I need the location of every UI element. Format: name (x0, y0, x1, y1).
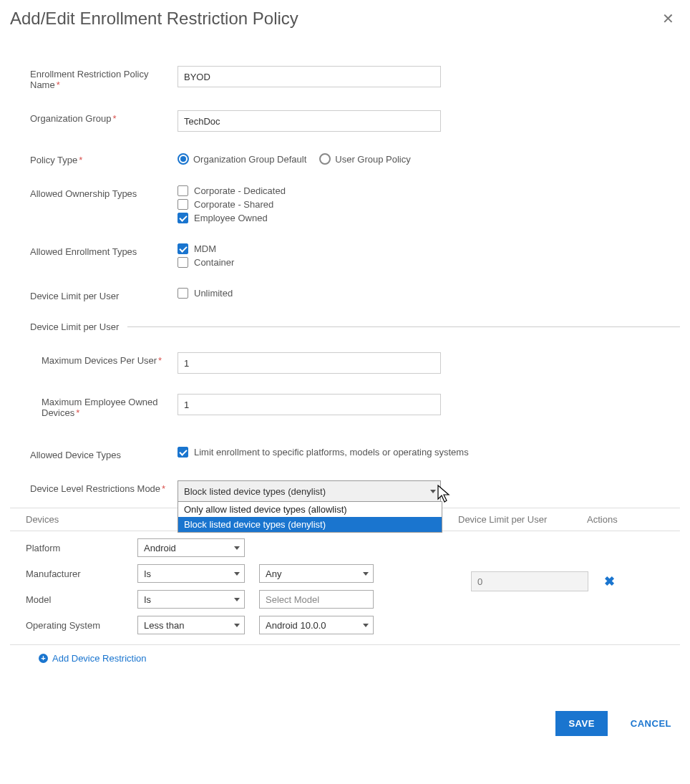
dropdown-option-allowlist[interactable]: Only allow listed device types (allowlis… (178, 502, 442, 517)
dialog-footer: SAVE CANCEL (10, 711, 680, 736)
chevron-down-icon (234, 598, 240, 601)
table-row: Platform Android Manufacturer Is Any Mod… (10, 531, 680, 645)
select-value: Android (144, 543, 176, 553)
row-max-devices: Maximum Devices Per User* (10, 352, 680, 374)
required-marker: * (79, 155, 82, 165)
actions-cell: ✖ (594, 538, 673, 624)
restrictions-mode-dropdown: Only allow listed device types (allowlis… (178, 501, 442, 533)
checkbox-label: Unlimited (194, 288, 233, 299)
cancel-button[interactable]: CANCEL (626, 717, 676, 730)
restrictions-mode-select[interactable]: Block listed device types (denylist) Onl… (178, 480, 441, 502)
model-value-input[interactable]: Select Model (259, 590, 374, 609)
dropdown-option-denylist[interactable]: Block listed device types (denylist) (178, 517, 442, 532)
checkbox-mdm[interactable]: MDM (178, 243, 680, 254)
row-org-group: Organization Group* (10, 110, 680, 132)
add-row: + Add Device Restriction (10, 645, 680, 671)
label-policy-name-text: Enrollment Restriction Policy Name (30, 69, 148, 90)
checkbox-icon (178, 257, 188, 268)
checkbox-icon (178, 243, 188, 254)
checkbox-label: Limit enrollment to specific platforms, … (194, 447, 469, 458)
select-value: Is (144, 568, 151, 579)
row-max-employee-owned: Maximum Employee Owned Devices* (10, 394, 680, 418)
checkbox-icon (178, 288, 188, 299)
label-max-employee-owned: Maximum Employee Owned Devices* (42, 394, 178, 418)
add-link-label: Add Device Restriction (52, 653, 147, 664)
label-model: Model (26, 594, 123, 605)
row-device-limit-unlimited: Device Limit per User Unlimited (10, 288, 680, 301)
label-enrollment-types: Allowed Enrollment Types (30, 243, 178, 257)
section-device-limit: Device Limit per User (30, 321, 680, 332)
checkbox-limit-enrollment[interactable]: Limit enrollment to specific platforms, … (178, 447, 680, 458)
checkbox-icon (178, 213, 188, 223)
select-value: Is (144, 594, 151, 605)
os-op-select[interactable]: Less than (137, 616, 245, 634)
label-org-group-text: Organization Group (30, 113, 111, 124)
select-value: Android 10.0.0 (266, 620, 326, 631)
device-limit-input[interactable] (471, 571, 588, 591)
row-policy-type: Policy Type* Organization Group Default … (10, 152, 680, 165)
chevron-down-icon (430, 490, 436, 493)
required-marker: * (162, 483, 165, 494)
checkbox-employee-owned[interactable]: Employee Owned (178, 213, 680, 223)
checkbox-label: MDM (194, 243, 216, 254)
max-employee-owned-input[interactable] (178, 394, 441, 415)
policy-name-input[interactable] (178, 66, 441, 87)
manufacturer-value-select[interactable]: Any (259, 564, 374, 583)
delete-row-icon[interactable]: ✖ (604, 574, 615, 589)
platform-select[interactable]: Android (137, 538, 245, 557)
checkbox-corporate-dedicated[interactable]: Corporate - Dedicated (178, 185, 680, 196)
close-icon[interactable]: ✕ (656, 7, 680, 30)
checkbox-label: Container (194, 257, 234, 268)
radio-icon (319, 153, 331, 165)
select-value: Block listed device types (denylist) (184, 486, 326, 497)
os-value-select[interactable]: Android 10.0.0 (259, 616, 374, 634)
row-allowed-device-types: Allowed Device Types Limit enrollment to… (10, 447, 680, 460)
th-actions: Actions (587, 514, 673, 525)
checkbox-unlimited[interactable]: Unlimited (178, 288, 680, 299)
chevron-down-icon (234, 546, 240, 550)
label-manufacturer: Manufacturer (26, 568, 123, 579)
checkbox-icon (178, 199, 188, 210)
label-text: Maximum Devices Per User (42, 355, 157, 366)
label-policy-type: Policy Type* (30, 152, 178, 165)
required-marker: * (57, 79, 60, 90)
label-allowed-device-types: Allowed Device Types (30, 447, 178, 460)
plus-icon: + (39, 654, 48, 663)
save-button[interactable]: SAVE (555, 711, 607, 736)
radio-user-group-policy[interactable]: User Group Policy (319, 153, 410, 165)
row-policy-name: Enrollment Restriction Policy Name* (10, 66, 680, 90)
enrollment-restriction-dialog: Add/Edit Enrollment Restriction Policy ✕… (0, 0, 690, 750)
required-marker: * (158, 355, 162, 366)
checkbox-label: Corporate - Dedicated (194, 185, 286, 196)
org-group-input[interactable] (178, 110, 441, 132)
checkbox-container[interactable]: Container (178, 257, 680, 268)
chevron-down-icon (363, 572, 369, 576)
checkbox-icon (178, 185, 188, 196)
label-os: Operating System (26, 620, 123, 631)
chevron-down-icon (234, 624, 240, 627)
required-marker: * (76, 407, 79, 418)
chevron-down-icon (234, 572, 240, 576)
select-value: Less than (144, 620, 184, 631)
checkbox-corporate-shared[interactable]: Corporate - Shared (178, 199, 680, 210)
checkbox-label: Corporate - Shared (194, 199, 273, 210)
radio-label: User Group Policy (335, 154, 410, 165)
row-enrollment-types: Allowed Enrollment Types MDM Container (10, 243, 680, 268)
checkbox-icon (178, 447, 188, 458)
model-op-select[interactable]: Is (137, 590, 245, 609)
add-device-restriction-link[interactable]: + Add Device Restriction (39, 653, 147, 664)
label-policy-name: Enrollment Restriction Policy Name* (30, 66, 178, 90)
label-text: Maximum Employee Owned Devices (42, 397, 158, 418)
label-org-group: Organization Group* (30, 110, 178, 124)
divider-line (127, 326, 680, 327)
max-devices-input[interactable] (178, 352, 441, 374)
label-device-limit: Device Limit per User (30, 288, 178, 301)
dialog-title: Add/Edit Enrollment Restriction Policy (10, 9, 298, 29)
placeholder-text: Select Model (266, 594, 319, 605)
required-marker: * (112, 113, 116, 124)
section-heading: Device Limit per User (30, 321, 127, 332)
radio-org-group-default[interactable]: Organization Group Default (178, 153, 306, 165)
manufacturer-op-select[interactable]: Is (137, 564, 245, 583)
row-restrictions-mode: Device Level Restrictions Mode* Block li… (10, 480, 680, 502)
label-text: Device Level Restrictions Mode (30, 483, 160, 494)
